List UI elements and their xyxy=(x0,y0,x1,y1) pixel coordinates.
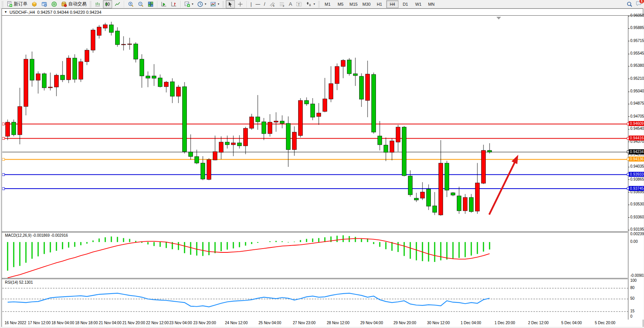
candle-body-up xyxy=(463,197,467,211)
timeframe-button-d1[interactable]: D1 xyxy=(399,0,411,8)
hline-handle[interactable] xyxy=(2,137,5,140)
trendline-icon: / xyxy=(264,2,265,7)
rsi-panel[interactable] xyxy=(2,280,628,319)
new-chart-button[interactable]: ▾ xyxy=(183,0,195,8)
macd-panel[interactable] xyxy=(2,233,628,278)
timeframe-button-h4[interactable]: H4 xyxy=(386,0,398,8)
date-label: 1 Dec 20:00 xyxy=(495,321,515,325)
price-tick-label: 0.94705 xyxy=(630,114,644,118)
chevron-down-icon: ▾ xyxy=(313,2,315,6)
date-label: 16 Nov 2022 xyxy=(5,321,26,325)
date-label: 28 Nov 12:00 xyxy=(327,321,350,325)
candle-body-down xyxy=(402,127,406,176)
timeframe-button-w1[interactable]: W1 xyxy=(412,0,424,8)
trendline-tool-button[interactable]: / xyxy=(262,0,267,8)
price-tick xyxy=(628,116,630,117)
candle-body-down xyxy=(256,117,260,122)
hline-handle[interactable] xyxy=(2,187,5,190)
toolbar-drag-handle[interactable] xyxy=(222,1,224,7)
zoom-in-button[interactable] xyxy=(126,0,135,8)
hline-handle[interactable] xyxy=(2,158,5,160)
candle-body-up xyxy=(219,142,223,152)
candle-body-down xyxy=(427,189,431,206)
candle-body-up xyxy=(36,74,40,80)
chart-shift-button[interactable] xyxy=(169,0,178,8)
price-tick-label: 0.96050 xyxy=(630,13,644,18)
periodicity-button[interactable]: ▾ xyxy=(196,0,208,8)
candle-body-down xyxy=(280,121,284,123)
candle-body-down xyxy=(305,100,309,104)
chevron-down-icon: ▾ xyxy=(205,2,206,6)
notifications-button[interactable]: 1 xyxy=(636,0,642,8)
candlestick-chart-button[interactable] xyxy=(103,0,112,8)
toolbar-drag-handle[interactable] xyxy=(2,1,3,7)
candle-body-down xyxy=(116,31,120,45)
timeframe-button-m15[interactable]: M15 xyxy=(347,0,360,8)
price-tick-label: 0.95210 xyxy=(630,76,644,81)
line-chart-button[interactable] xyxy=(113,0,122,8)
vertical-line-tool-button[interactable]: | xyxy=(249,0,253,8)
candle-body-up xyxy=(6,122,10,136)
zoom-out-button[interactable] xyxy=(136,0,145,8)
channel-tool-button[interactable]: E xyxy=(268,0,277,8)
date-label: 29 Nov 20:00 xyxy=(393,321,416,325)
macd-signal-line xyxy=(8,239,490,278)
hline-handle[interactable] xyxy=(2,123,5,125)
main-price-chart[interactable] xyxy=(2,16,628,231)
search-icon[interactable] xyxy=(626,1,633,7)
market-watch-button[interactable] xyxy=(30,0,39,8)
right-shift-marker[interactable] xyxy=(496,17,501,19)
price-tick xyxy=(628,142,630,142)
cursor-tool-button[interactable] xyxy=(226,0,235,8)
candle-body-up xyxy=(24,59,28,107)
bar-chart-button[interactable] xyxy=(93,0,102,8)
hline-handle[interactable] xyxy=(2,173,5,176)
candle-body-down xyxy=(30,59,34,80)
trend-arrow-line[interactable] xyxy=(489,162,515,215)
fibonacci-tool-button[interactable]: F xyxy=(278,0,287,8)
rsi-indicator-label: RSI(14) 52.1301 xyxy=(5,280,33,284)
panel-separator[interactable] xyxy=(2,278,628,278)
candle-body-up xyxy=(164,82,169,87)
timeframe-button-h1[interactable]: H1 xyxy=(373,0,385,8)
new-order-button[interactable]: 新订单 xyxy=(5,0,29,8)
autotrading-button[interactable]: 自动交易 xyxy=(59,0,88,8)
data-window-button[interactable] xyxy=(40,0,49,8)
new-order-icon xyxy=(6,1,13,7)
date-label: 23 Nov 20:00 xyxy=(193,321,216,325)
macd-scale-max: 0.002392 xyxy=(630,232,644,236)
candle-body-down xyxy=(146,76,150,78)
panel-separator[interactable] xyxy=(2,231,628,232)
auto-scroll-button[interactable] xyxy=(159,0,169,8)
collapse-arrow-icon[interactable]: ▼ xyxy=(4,10,7,14)
rsi-scale-100: 100 xyxy=(630,278,637,283)
chart-title-bar[interactable]: ▼ USDCHF-,H4 0.94257 0.94344 0.94220 0.9… xyxy=(2,9,643,16)
timeframe-button-m30[interactable]: M30 xyxy=(360,0,373,8)
date-label: 5 Dec 04:00 xyxy=(561,321,582,325)
horizontal-line-tool-button[interactable]: — xyxy=(254,0,262,8)
crosshair-tool-button[interactable] xyxy=(236,0,245,8)
templates-button[interactable]: ▾ xyxy=(209,0,221,8)
new-order-label: 新订单 xyxy=(14,1,27,7)
price-tick-label: 0.95545 xyxy=(630,51,644,55)
text-label-tool-button[interactable]: T xyxy=(294,0,304,8)
tile-windows-button[interactable] xyxy=(146,0,155,8)
panel-separator[interactable] xyxy=(2,279,628,279)
date-axis[interactable]: 16 Nov 202217 Nov 12:0018 Nov 04:0018 No… xyxy=(2,319,628,326)
text-tool-button[interactable]: A xyxy=(287,0,294,8)
price-axis[interactable]: 0.960500.958850.957150.955450.953800.952… xyxy=(628,16,644,320)
date-label: 5 Dec 20:00 xyxy=(595,321,615,325)
timeframe-button-m5[interactable]: M5 xyxy=(334,0,347,8)
candle-body-down xyxy=(12,122,16,135)
price-tick xyxy=(628,179,630,180)
toolbar-drag-handle[interactable] xyxy=(90,1,92,7)
navigator-button[interactable] xyxy=(50,0,59,8)
arrows-tool-button[interactable]: ▾ xyxy=(304,0,316,8)
candle-body-down xyxy=(225,142,230,145)
timeframe-button-mn[interactable]: MN xyxy=(425,0,437,8)
chevron-down-icon: ▾ xyxy=(218,2,219,6)
equidistant-channel-icon: E xyxy=(269,1,275,7)
toolbar-drag-handle[interactable] xyxy=(318,1,320,7)
timeframe-button-m1[interactable]: M1 xyxy=(321,0,334,8)
candle-body-down xyxy=(384,145,388,152)
